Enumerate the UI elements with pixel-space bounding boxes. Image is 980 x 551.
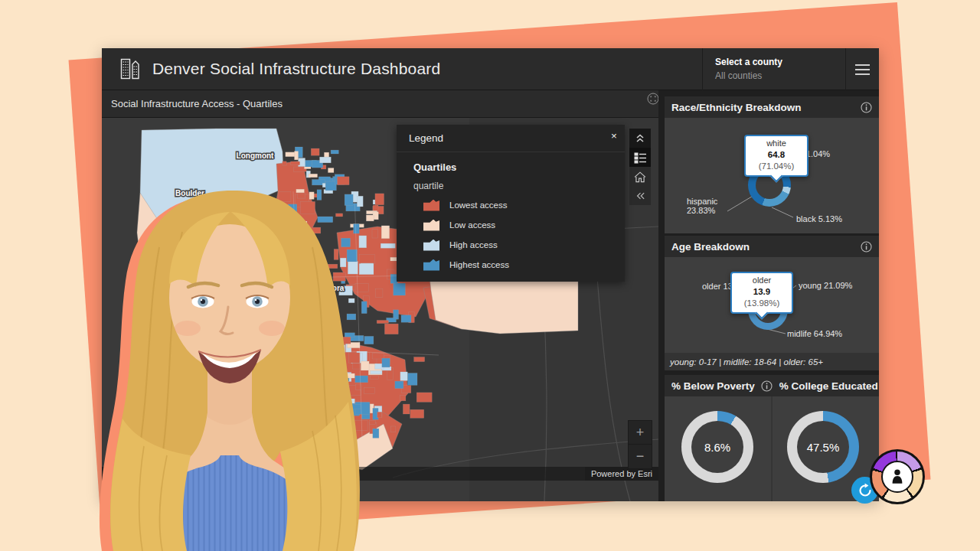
legend-item-lowest: Lowest access [413,199,625,211]
legend-swatch-low [423,220,439,231]
city-label-castle-rock: Castle Rock [301,380,345,388]
legend-body: Quartiles quartile Lowest access Low acc… [397,152,625,271]
age-panel-header: Age Breakdown [665,236,879,257]
race-chart-body: white 71.04% hispanic 23.83% black 5.13%… [665,118,879,233]
info-icon[interactable] [861,102,872,113]
age-label-young: young 21.09% [799,281,852,290]
map-attribution-bar: METI/NASA, USGS, EPA, NPS, USFWS Powered… [102,467,658,481]
info-icon[interactable] [761,380,773,392]
county-selector-value: All counties [715,70,833,81]
city-label-denver: Denver [279,275,310,285]
buildings-icon [119,57,142,80]
map-zoom-controls: + − [628,420,652,469]
county-selector-label: Select a county [715,57,833,67]
close-icon[interactable]: × [611,131,617,142]
app-header: Denver Social Infrastructure Dashboard S… [102,48,879,90]
hamburger-menu-button[interactable] [846,48,879,90]
race-label-black: black 5.13% [796,214,842,223]
collapse-up-icon[interactable] [629,129,651,148]
map-toolbar [629,129,651,205]
race-panel-header: Race/Ethnicity Breakdown [665,96,879,118]
city-label-boulder: Boulder [175,189,204,197]
zoom-out-button[interactable]: − [629,445,652,468]
college-title: % College Educated [779,380,878,392]
info-icon[interactable] [861,241,872,253]
city-label-aurora: Aurora [319,284,345,292]
legend-item-high: High access [413,239,625,251]
age-panel-title: Age Breakdown [671,241,750,253]
legend-title: Legend [409,132,443,144]
poverty-title: % Below Poverty [671,380,755,392]
legend-list-icon[interactable] [629,148,651,167]
zoom-in-button[interactable]: + [629,421,652,445]
map-panel-titlebar: Social Infrastructure Access - Quartiles [102,90,658,118]
legend-swatch-highest [423,259,439,271]
column-divider [658,90,665,501]
legend-swatch-high [423,240,439,251]
expand-icon[interactable] [647,93,659,105]
legend-group-title: Quartiles [413,161,625,173]
county-selector[interactable]: Select a county All counties [702,48,846,90]
home-icon[interactable] [629,167,651,186]
person-icon [881,461,913,493]
attribution-text: METI/NASA, USGS, EPA, NPS, USFWS [108,469,260,478]
college-gauge: 47.5% [787,411,859,483]
legend-field-name: quartile [413,181,625,191]
stage: Denver Social Infrastructure Dashboard S… [0,0,980,551]
age-chart-body: older 13.98% young 21.09% midlife 64.94%… [665,257,879,353]
race-panel-title: Race/Ethnicity Breakdown [671,102,802,113]
collapse-left-icon[interactable] [629,186,651,205]
college-value: 47.5% [787,411,859,483]
stats-panel-header: % Below Poverty % College Educated [665,375,879,396]
age-tooltip: older 13.9 (13.98%) [730,272,793,314]
poverty-gauge: 8.6% [681,411,753,483]
city-label-longmont: Longmont [237,152,275,160]
legend-swatch-lowest [423,200,439,211]
race-tooltip: white 64.8 (71.04%) [744,135,808,177]
poverty-value: 8.6% [681,411,753,483]
legend-item-highest: Highest access [413,259,625,271]
legend-panel: Legend × Quartiles quartile Lowest acces… [397,125,625,282]
map-panel-title: Social Infrastructure Access - Quartiles [111,98,283,109]
accessibility-logo [870,449,925,504]
dashboard-window: Denver Social Infrastructure Dashboard S… [102,48,879,501]
age-definitions-note: young: 0-17 | midlife: 18-64 | older: 65… [665,353,879,370]
city-label-littleton: Littleton [270,312,300,321]
legend-header: Legend × [397,125,625,152]
age-label-midlife: midlife 64.94% [787,329,842,338]
page-title: Denver Social Infrastructure Dashboard [152,60,440,78]
legend-item-low: Low access [413,219,625,231]
race-label-hispanic: hispanic 23.83% [687,197,717,215]
